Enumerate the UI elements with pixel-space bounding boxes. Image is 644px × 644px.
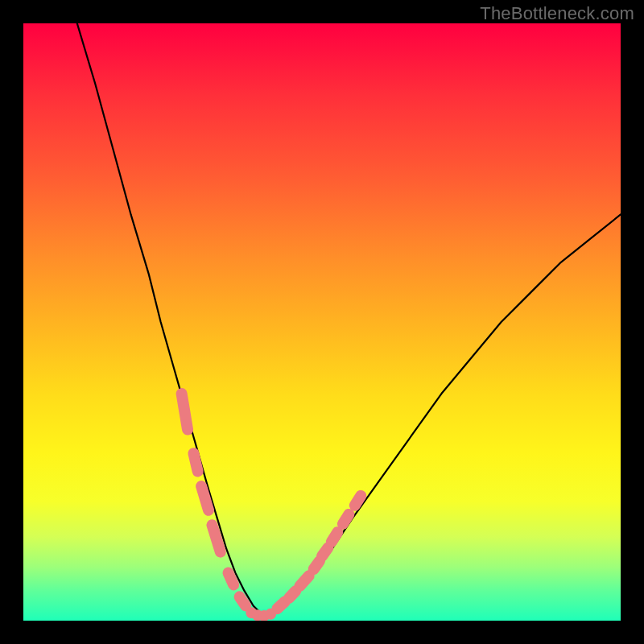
chart-svg	[23, 23, 621, 621]
svg-line-0	[182, 394, 188, 430]
plot-area	[23, 23, 621, 621]
svg-line-6	[277, 601, 285, 609]
svg-point-17	[265, 609, 276, 620]
svg-line-7	[289, 591, 295, 598]
bottleneck-curve	[77, 23, 621, 615]
svg-line-4	[229, 573, 234, 585]
svg-line-1	[193, 453, 197, 471]
svg-line-13	[355, 496, 361, 506]
svg-line-2	[201, 486, 208, 510]
svg-line-8	[300, 576, 309, 586]
svg-line-11	[332, 532, 337, 542]
svg-line-12	[343, 514, 349, 524]
svg-line-5	[240, 597, 246, 605]
svg-line-9	[314, 561, 320, 569]
svg-line-10	[322, 547, 328, 555]
svg-line-3	[212, 525, 220, 551]
marker-overlay	[182, 394, 361, 621]
chart-frame: TheBottleneck.com	[0, 0, 644, 644]
watermark-text: TheBottleneck.com	[480, 3, 634, 24]
